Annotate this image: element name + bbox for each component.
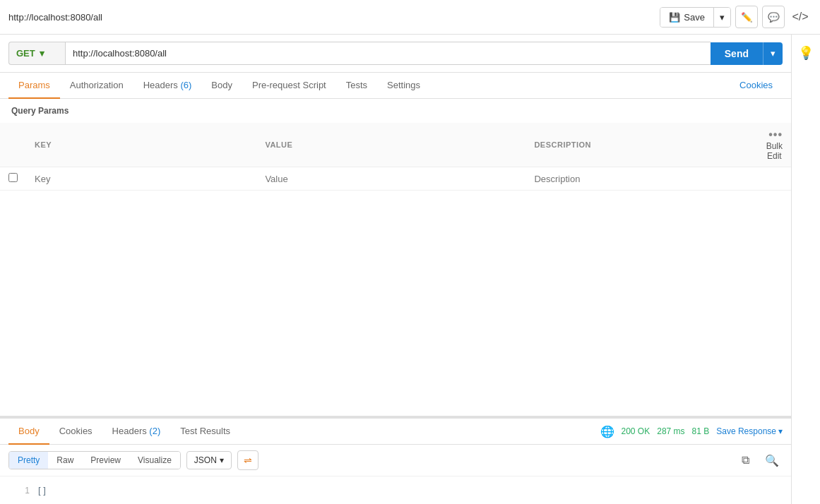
top-bar: http://localhost:8080/all 💾 Save ▾ ✏️ 💬 … — [0, 0, 820, 35]
response-size: 81 B — [692, 426, 710, 436]
pencil-icon: ✏️ — [741, 12, 753, 23]
json-format-dropdown[interactable]: JSON ▾ — [186, 451, 232, 469]
format-tab-raw[interactable]: Raw — [48, 452, 82, 469]
line-number: 1 — [8, 486, 30, 496]
query-params-title: Query Params — [0, 99, 791, 123]
search-icon: 🔍 — [765, 454, 779, 467]
main-panel: GET ▾ Send ▾ Params Authorization — [0, 35, 792, 504]
json-dropdown-chevron-icon: ▾ — [220, 455, 224, 465]
code-content: [ ] — [38, 485, 46, 496]
response-area: Body Cookies Headers (2) Test Results 🌐 … — [0, 416, 791, 504]
key-cell — [26, 167, 256, 191]
tab-settings[interactable]: Settings — [377, 73, 430, 99]
save-icon: 💾 — [669, 12, 680, 23]
send-chevron-icon: ▾ — [771, 48, 776, 59]
bulk-edit-button[interactable]: Bulk Edit — [766, 141, 783, 161]
method-label: GET — [16, 48, 35, 59]
description-input[interactable] — [534, 174, 749, 184]
desc-col-header: DESCRIPTION — [525, 123, 757, 167]
tab-body[interactable]: Body — [201, 73, 242, 99]
format-tabs: Pretty Raw Preview Visualize — [8, 451, 181, 469]
send-btn-group: Send ▾ — [711, 42, 783, 65]
code-line-1: 1 [ ] — [0, 484, 791, 497]
save-dropdown-button[interactable]: ▾ — [713, 8, 730, 27]
top-bar-url: http://localhost:8080/all — [8, 12, 654, 23]
top-bar-actions: 💾 Save ▾ ✏️ 💬 </> — [660, 6, 812, 28]
action-cell — [758, 167, 791, 191]
checkbox-col-header — [0, 123, 26, 167]
request-bar: GET ▾ Send ▾ — [0, 35, 791, 73]
code-button[interactable]: </> — [789, 6, 812, 28]
tab-headers[interactable]: Headers (6) — [133, 73, 202, 99]
value-cell — [256, 167, 525, 191]
tab-authorization[interactable]: Authorization — [60, 73, 133, 99]
json-format-label: JSON — [194, 455, 217, 465]
response-tabs: Body Cookies Headers (2) Test Results 🌐 … — [0, 419, 791, 445]
edit-button[interactable]: ✏️ — [735, 6, 758, 28]
response-toolbar: Pretty Raw Preview Visualize JSON — [0, 445, 791, 476]
save-response-chevron-icon: ▾ — [778, 426, 783, 436]
format-tab-visualize[interactable]: Visualize — [129, 452, 180, 469]
response-tab-test-results[interactable]: Test Results — [170, 419, 240, 445]
table-row — [0, 167, 791, 191]
copy-icon: ⧉ — [742, 454, 749, 467]
response-body: 1 [ ] — [0, 476, 791, 504]
content-area: GET ▾ Send ▾ Params Authorization — [0, 35, 820, 504]
response-tab-body[interactable]: Body — [8, 419, 49, 445]
comment-icon: 💬 — [768, 12, 780, 23]
method-chevron-icon: ▾ — [40, 48, 44, 59]
tab-prerequest[interactable]: Pre-request Script — [242, 73, 336, 99]
send-button[interactable]: Send — [711, 42, 763, 65]
chevron-down-icon: ▾ — [720, 12, 725, 23]
more-icon: ••• — [768, 128, 783, 140]
save-btn-group: 💾 Save ▾ — [660, 7, 731, 28]
response-tab-headers[interactable]: Headers (2) — [102, 419, 171, 445]
copy-button[interactable]: ⧉ — [735, 450, 756, 470]
key-input[interactable] — [35, 174, 248, 184]
value-col-header: VALUE — [256, 123, 525, 167]
key-col-header: KEY — [26, 123, 256, 167]
lightbulb-icon: 💡 — [798, 45, 814, 61]
save-button[interactable]: 💾 Save — [660, 8, 713, 27]
response-status: 🌐 200 OK 287 ms 81 B Save Response ▾ — [600, 425, 783, 438]
response-tab-cookies[interactable]: Cookies — [49, 419, 102, 445]
format-tab-preview[interactable]: Preview — [82, 452, 129, 469]
code-icon: </> — [792, 11, 808, 23]
format-tab-pretty[interactable]: Pretty — [9, 452, 48, 469]
row-checkbox-cell — [0, 167, 26, 191]
method-select[interactable]: GET ▾ — [8, 42, 65, 65]
row-checkbox[interactable] — [8, 173, 18, 182]
request-tabs: Params Authorization Headers (6) Body Pr… — [0, 73, 791, 99]
value-input[interactable] — [265, 174, 517, 184]
action-col-header: ••• Bulk Edit — [758, 123, 791, 167]
params-area: Query Params KEY VALUE DESCRIPTION ••• B… — [0, 99, 791, 416]
globe-icon: 🌐 — [600, 425, 614, 438]
tab-tests[interactable]: Tests — [336, 73, 377, 99]
url-input[interactable] — [65, 42, 711, 65]
tab-params[interactable]: Params — [8, 73, 60, 99]
send-dropdown-button[interactable]: ▾ — [763, 42, 783, 65]
tab-cookies[interactable]: Cookies — [730, 73, 783, 99]
wrap-button[interactable]: ⇌ — [237, 450, 259, 470]
search-button[interactable]: 🔍 — [761, 450, 783, 470]
description-cell — [525, 167, 757, 191]
right-sidebar: 💡 — [792, 35, 820, 504]
params-table: KEY VALUE DESCRIPTION ••• Bulk Edit — [0, 123, 791, 191]
save-label: Save — [684, 12, 705, 23]
save-response-button[interactable]: Save Response ▾ — [716, 426, 783, 436]
response-time: 287 ms — [657, 426, 684, 436]
lightbulb-button[interactable]: 💡 — [795, 42, 817, 64]
comment-button[interactable]: 💬 — [762, 6, 785, 28]
status-code: 200 OK — [622, 426, 650, 436]
wrap-icon: ⇌ — [244, 455, 252, 466]
